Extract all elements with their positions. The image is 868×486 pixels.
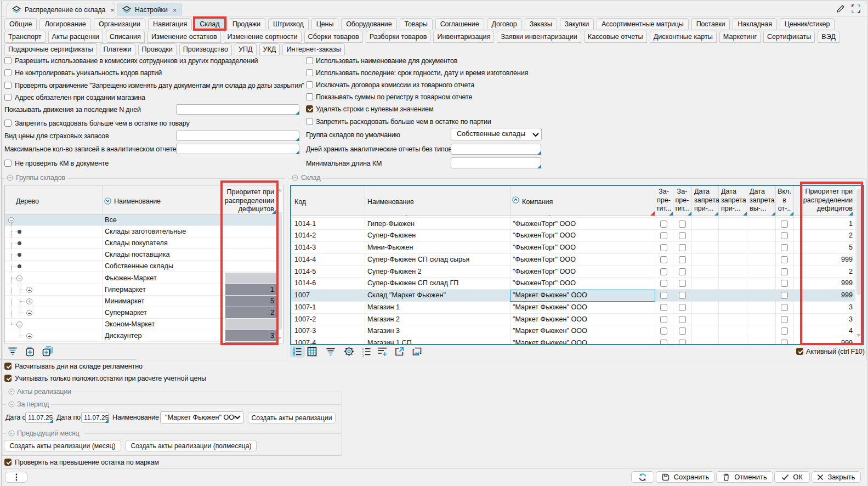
- svg-text:3: 3: [362, 353, 364, 357]
